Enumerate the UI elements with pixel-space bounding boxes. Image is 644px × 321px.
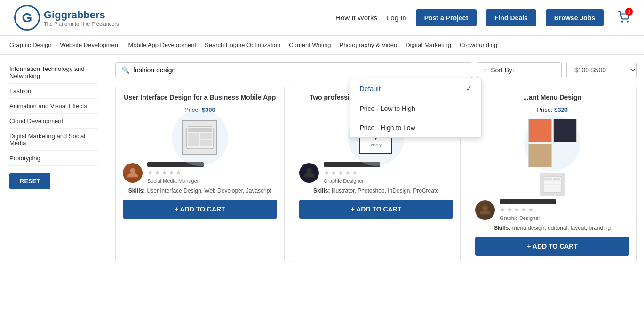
browse-jobs-button[interactable]: Browse Jobs — [546, 9, 604, 26]
card-3-thumb-grid — [528, 119, 577, 167]
sort-default-label: Default — [360, 85, 381, 93]
card-3-thumb-2 — [553, 119, 577, 142]
sidebar-item-animation[interactable]: Animation and Visual Effects — [9, 99, 98, 114]
card-2-stars: ★ ★ ★ ★ ★ — [324, 169, 453, 176]
sidebar-item-cloud[interactable]: Cloud Development — [9, 114, 98, 129]
logo-icon: G — [14, 5, 40, 31]
cart-button[interactable]: 0 — [618, 11, 630, 24]
main-layout: Information Technology and Networking Fa… — [0, 55, 644, 314]
card-1: User Interface Design for a Business Mob… — [115, 86, 285, 263]
check-icon: ✓ — [466, 84, 472, 93]
filter-bar: 🔍 ≡ Sort By: $100-$500 $0-$100 $500-$100… — [115, 62, 637, 78]
card-3-role: Graphic Designer — [500, 215, 629, 221]
avatar-person-icon-2 — [302, 166, 316, 180]
avatar-person-icon — [126, 166, 139, 180]
card-3: ...ant Menu Design Price: $320 — [468, 86, 637, 263]
category-photo-video[interactable]: Photography & Video — [340, 41, 398, 48]
card-3-thumb-3 — [528, 144, 552, 167]
card-3-add-to-cart[interactable]: + ADD TO CART — [475, 237, 629, 256]
header: G Giggrabbers The Platform to Hire Freel… — [0, 0, 644, 36]
svg-rect-4 — [188, 133, 199, 146]
card-3-thumb-bottom — [475, 173, 629, 196]
find-deals-button[interactable]: Find Deals — [486, 9, 536, 26]
card-3-avatar — [475, 200, 495, 220]
logo-subtitle: The Platform to Hire Freelancers — [44, 21, 119, 27]
card-3-thumb-1 — [528, 119, 552, 142]
card-2-skills: Skills: Illustrator, Photoshop, InDesign… — [299, 188, 453, 194]
sort-option-high-to-low[interactable]: Price - High to Low — [350, 118, 481, 137]
svg-point-7 — [130, 168, 135, 173]
card-1-avatar — [123, 163, 143, 183]
search-wrapper: 🔍 — [115, 62, 472, 78]
svg-rect-13 — [544, 178, 552, 180]
card-3-stars: ★ ★ ★ ★ ★ — [500, 206, 629, 213]
svg-point-0 — [622, 21, 623, 22]
sidebar-item-fashion[interactable]: Fashion — [9, 84, 98, 99]
card-1-thumb — [182, 120, 217, 155]
svg-rect-5 — [200, 133, 212, 139]
svg-point-1 — [628, 21, 628, 22]
price-select[interactable]: $100-$500 $0-$100 $500-$1000 $1000+ — [566, 62, 637, 78]
v-logo-sub: elocity — [371, 143, 382, 147]
card-3-name-bar — [500, 199, 556, 204]
card-3-title: ...ant Menu Design — [475, 93, 629, 102]
card-1-stars: ★ ★ ★ ★ ★ — [147, 169, 277, 176]
card-3-thumb-diagram — [540, 173, 565, 196]
svg-point-15 — [482, 205, 488, 211]
card-2-add-to-cart[interactable]: + ADD TO CART — [299, 200, 453, 219]
card-1-image — [123, 119, 277, 157]
svg-point-8 — [306, 168, 312, 173]
nav-links: How It Works Log In Post a Project Find … — [335, 9, 630, 26]
ui-design-thumb-icon — [186, 126, 214, 149]
nav-log-in[interactable]: Log In — [387, 14, 406, 22]
sidebar-item-it[interactable]: Information Technology and Networking — [9, 62, 98, 84]
avatar-person-icon-3 — [478, 204, 492, 217]
card-3-profile-info: ★ ★ ★ ★ ★ Graphic Designer — [500, 199, 629, 221]
card-2-avatar — [299, 163, 319, 183]
card-3-profile: ★ ★ ★ ★ ★ Graphic Designer — [475, 199, 629, 221]
category-website-dev[interactable]: Website Development — [60, 41, 120, 48]
sort-low-high-label: Price - Low to High — [360, 105, 415, 112]
category-crowdfunding[interactable]: Crowdfunding — [460, 41, 497, 48]
card-3-skills: Skills: menu design, editorial, layout, … — [475, 225, 629, 231]
sort-icon: ≡ — [483, 66, 487, 74]
card-1-profile-info: ★ ★ ★ ★ ★ Social Media Manager — [147, 162, 277, 184]
svg-rect-6 — [200, 140, 212, 146]
sort-option-low-to-high[interactable]: Price - Low to High — [350, 99, 481, 118]
category-nav: Graphic Design Website Development Mobil… — [0, 36, 644, 55]
sidebar-item-digital-marketing[interactable]: Digital Marketing and Social Media — [9, 129, 98, 151]
logo-title: Giggrabbers — [44, 9, 119, 21]
sort-wrapper[interactable]: ≡ Sort By: — [477, 62, 562, 78]
nav-how-it-works[interactable]: How It Works — [335, 14, 377, 22]
category-digital-marketing[interactable]: Digital Marketing — [405, 41, 451, 48]
search-input[interactable] — [133, 66, 466, 74]
card-1-role: Social Media Manager — [147, 178, 277, 184]
diagram-icon — [543, 176, 562, 193]
sort-option-default[interactable]: Default ✓ — [350, 78, 481, 99]
card-1-add-to-cart[interactable]: + ADD TO CART — [123, 200, 277, 219]
sort-label: Sort By: — [491, 66, 514, 74]
sort-dropdown: Default ✓ Price - Low to High Price - Hi… — [350, 78, 482, 138]
cart-badge: 0 — [625, 8, 633, 16]
post-project-button[interactable]: Post a Project — [416, 9, 477, 26]
logo-text: Giggrabbers The Platform to Hire Freelan… — [44, 9, 119, 27]
logo-area: G Giggrabbers The Platform to Hire Freel… — [14, 5, 119, 31]
category-content[interactable]: Content Writing — [289, 41, 331, 48]
card-2-profile-info: ★ ★ ★ ★ ★ Graphic Designer — [324, 162, 453, 184]
sidebar: Information Technology and Networking Fa… — [0, 55, 108, 314]
reset-button[interactable]: RESET — [9, 173, 50, 189]
sort-high-low-label: Price - High to Low — [360, 124, 415, 132]
category-graphic-design[interactable]: Graphic Design — [9, 41, 52, 48]
card-1-skills: Skills: User Interface Design, Web Devel… — [123, 188, 277, 194]
svg-rect-3 — [188, 128, 212, 132]
svg-rect-14 — [553, 178, 560, 180]
card-3-image — [475, 119, 629, 167]
sidebar-item-prototyping[interactable]: Prototyping — [9, 151, 98, 166]
category-seo[interactable]: Search Engine Optimization — [205, 41, 280, 48]
search-icon: 🔍 — [121, 66, 129, 74]
card-2-role: Graphic Designer — [324, 178, 453, 184]
card-1-title: User Interface Design for a Business Mob… — [123, 93, 277, 102]
content-area: 🔍 ≡ Sort By: $100-$500 $0-$100 $500-$100… — [108, 55, 644, 314]
category-mobile-app[interactable]: Mobile App Development — [128, 41, 197, 48]
card-3-price: Price: $320 — [475, 106, 629, 113]
